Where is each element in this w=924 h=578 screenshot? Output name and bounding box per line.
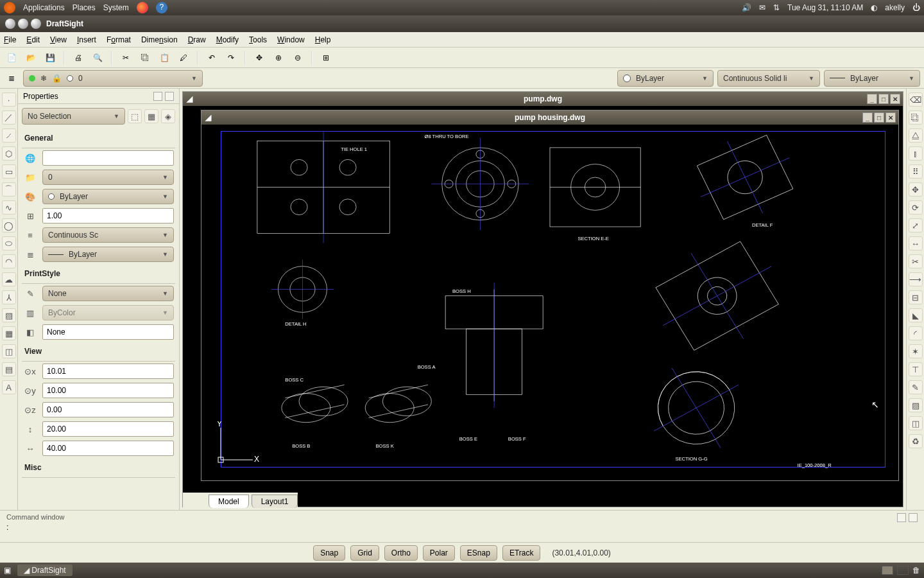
user-menu[interactable]: akelly — [885, 3, 905, 12]
quick-select-button[interactable]: ⬚ — [128, 109, 142, 123]
scale-tool[interactable]: ⤢ — [909, 218, 923, 232]
view-w-field[interactable] — [42, 421, 174, 437]
esnap-toggle[interactable]: ESnap — [460, 545, 497, 561]
hyperlink-field[interactable] — [42, 150, 174, 166]
paste-button[interactable]: 📋 — [157, 50, 172, 66]
cmd-undock-icon[interactable] — [897, 513, 906, 522]
region-tool[interactable]: ▦ — [2, 326, 16, 340]
panel-undock-icon[interactable] — [153, 92, 162, 101]
redo-button[interactable]: ↷ — [223, 50, 239, 66]
help-icon[interactable]: ? — [156, 2, 167, 13]
polygon-tool[interactable]: ⬡ — [2, 146, 16, 161]
align-tool[interactable]: ⊤ — [909, 362, 923, 376]
layer-combo[interactable]: ❄ 🔒 0 ▼ — [23, 70, 203, 87]
tab-model[interactable]: Model — [209, 495, 249, 508]
erase-tool[interactable]: ⌫ — [909, 92, 923, 107]
select-button[interactable]: ▦ — [144, 109, 158, 123]
menu-edit[interactable]: Edit — [26, 35, 40, 44]
move-tool[interactable]: ✥ — [909, 182, 923, 197]
doc-close-icon[interactable]: ✕ — [890, 94, 900, 104]
copy-tool[interactable]: ⿻ — [909, 110, 923, 125]
power-icon[interactable]: ⏻ — [912, 3, 920, 12]
mirror-tool[interactable]: ⧋ — [909, 128, 923, 143]
menu-dimension[interactable]: Dimension — [141, 35, 178, 44]
save-button[interactable]: 💾 — [42, 50, 58, 66]
linescale-field[interactable] — [42, 208, 174, 223]
taskbar-draftsight[interactable]: ◢ DraftSight — [17, 565, 73, 576]
window-maximize-icon[interactable] — [31, 19, 41, 29]
command-input[interactable] — [6, 521, 918, 534]
doc-maximize-icon[interactable]: □ — [878, 94, 889, 104]
window-minimize-icon[interactable] — [18, 19, 28, 29]
array-tool[interactable]: ⠿ — [909, 164, 923, 179]
print-preview-button[interactable]: 🔍 — [90, 50, 105, 66]
doc-minimize-icon[interactable]: _ — [862, 112, 873, 123]
view-z-field[interactable] — [42, 402, 174, 417]
match-props-button[interactable]: 🖊 — [176, 50, 191, 66]
view-y-field[interactable] — [42, 383, 174, 398]
doc-minimize-icon[interactable]: _ — [867, 94, 877, 104]
offset-tool[interactable]: ⫿ — [909, 146, 923, 161]
trash-icon[interactable]: 🗑 — [912, 566, 920, 575]
cut-button[interactable]: ✂ — [118, 50, 133, 66]
edit-tool[interactable]: ✎ — [909, 380, 923, 394]
menu-insert[interactable]: Insert — [77, 35, 96, 44]
hatch-tool[interactable]: ▨ — [2, 308, 16, 322]
snap-toggle[interactable]: Snap — [313, 545, 345, 561]
chamfer-tool[interactable]: ◣ — [909, 308, 923, 322]
lineweight-prop-combo[interactable]: ByLayer▼ — [42, 247, 174, 262]
rotate-tool[interactable]: ⟳ — [909, 200, 923, 215]
workspace-1[interactable] — [882, 566, 893, 575]
rectangle-tool[interactable]: ▭ — [2, 164, 16, 179]
color-prop-combo[interactable]: ByLayer▼ — [42, 189, 174, 204]
extend-tool[interactable]: ⟶ — [909, 272, 923, 286]
cmd-close-icon[interactable] — [909, 513, 918, 522]
volume-icon[interactable]: 🔊 — [742, 3, 751, 12]
open-button[interactable]: 📂 — [23, 50, 38, 66]
fillet-tool[interactable]: ◜ — [909, 326, 923, 340]
menu-modify[interactable]: Modify — [216, 35, 239, 44]
polar-toggle[interactable]: Polar — [423, 545, 455, 561]
color-combo[interactable]: ByLayer ▼ — [617, 70, 714, 87]
trim-tool[interactable]: ✂ — [909, 254, 923, 268]
text-tool[interactable]: A — [2, 380, 16, 394]
window-close-icon[interactable] — [5, 19, 15, 29]
ps-attached-field[interactable] — [42, 324, 174, 340]
doc-close-icon[interactable]: ✕ — [886, 112, 896, 123]
grid-toggle[interactable]: Grid — [350, 545, 379, 561]
table-tool[interactable]: ▤ — [2, 362, 16, 376]
firefox-icon[interactable] — [137, 2, 148, 13]
menu-system[interactable]: System — [103, 3, 129, 12]
lineweight-combo[interactable]: ByLayer ▼ — [824, 70, 920, 87]
polyline-tool[interactable]: ⅄ — [2, 290, 16, 304]
line-tool[interactable]: ／ — [2, 110, 16, 125]
ortho-toggle[interactable]: Ortho — [384, 545, 418, 561]
circle-tool[interactable]: ◯ — [2, 218, 16, 232]
ellipse-arc-tool[interactable]: ◠ — [2, 254, 16, 268]
stretch-tool[interactable]: ↔ — [909, 236, 923, 250]
menu-help[interactable]: Help — [315, 35, 331, 44]
purge-tool[interactable]: ♻ — [909, 434, 923, 448]
menu-tools[interactable]: Tools — [249, 35, 267, 44]
break-tool[interactable]: ⊟ — [909, 290, 923, 304]
pan-button[interactable]: ✥ — [252, 50, 267, 66]
arc-tool[interactable]: ⌒ — [2, 182, 16, 197]
xline-tool[interactable]: ⟋ — [2, 128, 16, 143]
menu-applications[interactable]: Applications — [23, 3, 65, 12]
zoom-out-button[interactable]: ⊖ — [290, 50, 305, 66]
toggle-pickadd-button[interactable]: ◈ — [161, 109, 175, 123]
view-h-field[interactable] — [42, 441, 174, 456]
block-tool[interactable]: ◫ — [2, 344, 16, 358]
printstyle-combo[interactable]: None▼ — [42, 286, 174, 301]
mail-icon[interactable]: ✉ — [759, 3, 766, 12]
point-tool[interactable]: · — [2, 92, 16, 107]
zoom-in-button[interactable]: ⊕ — [271, 50, 286, 66]
doc-maximize-icon[interactable]: □ — [874, 112, 884, 123]
workspace-2[interactable] — [897, 566, 909, 575]
spline-tool[interactable]: ∿ — [2, 200, 16, 215]
network-icon[interactable]: ⇅ — [773, 3, 780, 12]
copy-button[interactable]: ⿻ — [137, 50, 153, 66]
properties-button[interactable]: ⊞ — [318, 50, 334, 66]
menu-places[interactable]: Places — [73, 3, 96, 12]
print-button[interactable]: 🖨 — [71, 50, 86, 66]
